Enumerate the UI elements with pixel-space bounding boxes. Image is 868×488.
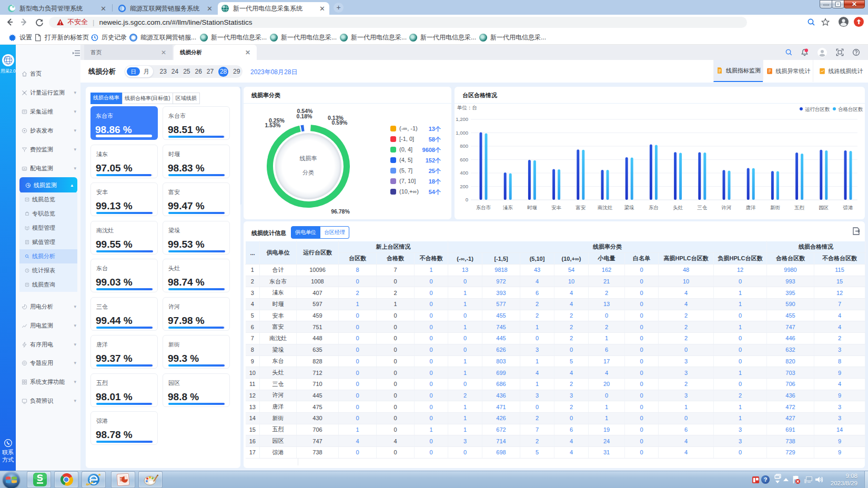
svg-text:800: 800 bbox=[460, 143, 468, 149]
svg-text:安丰: 安丰 bbox=[551, 205, 562, 210]
svg-text:东台: 东台 bbox=[649, 205, 659, 210]
svg-text:600: 600 bbox=[460, 157, 468, 162]
svg-text:1,200: 1,200 bbox=[456, 116, 468, 122]
svg-text:头灶: 头灶 bbox=[673, 205, 683, 210]
svg-text:时堰: 时堰 bbox=[527, 205, 537, 210]
svg-text:园区: 园区 bbox=[819, 205, 829, 210]
svg-text:1,000: 1,000 bbox=[456, 130, 468, 136]
svg-text:200: 200 bbox=[460, 184, 468, 189]
svg-text:唐洋: 唐洋 bbox=[746, 205, 756, 210]
svg-text:梁垛: 梁垛 bbox=[624, 205, 635, 210]
svg-text:富安: 富安 bbox=[576, 205, 586, 210]
svg-text:溱东: 溱东 bbox=[503, 205, 513, 210]
svg-text:400: 400 bbox=[460, 170, 468, 176]
svg-text:南沈灶: 南沈灶 bbox=[598, 205, 613, 210]
svg-text:五烈: 五烈 bbox=[794, 205, 805, 210]
svg-text:新街: 新街 bbox=[770, 205, 781, 210]
svg-text:东台市: 东台市 bbox=[476, 205, 491, 210]
svg-text:许河: 许河 bbox=[721, 205, 732, 210]
svg-text:三仓: 三仓 bbox=[697, 205, 708, 210]
svg-text:弶港: 弶港 bbox=[843, 205, 854, 210]
svg-text:0: 0 bbox=[466, 197, 468, 202]
